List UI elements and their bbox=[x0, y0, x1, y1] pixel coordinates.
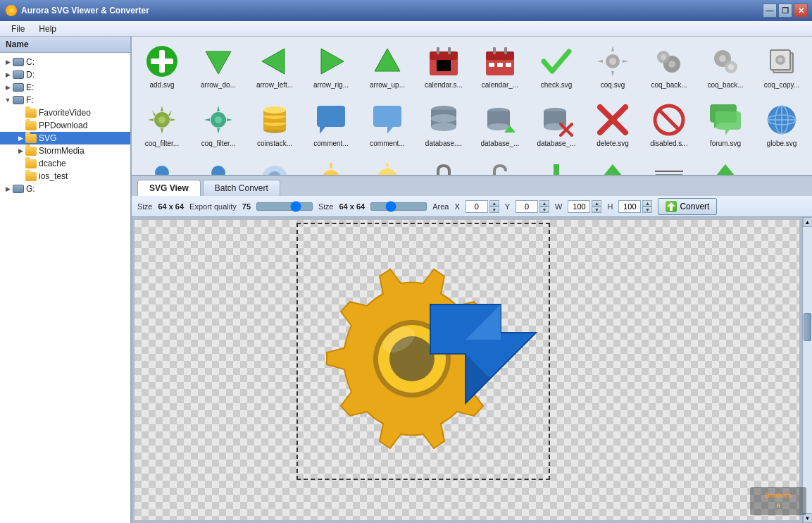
tree-item-favoritevideo[interactable]: FavoriteVideo bbox=[0, 106, 130, 119]
h-down-btn[interactable]: ▼ bbox=[642, 207, 652, 213]
icon-r3-10[interactable] bbox=[642, 156, 697, 176]
right-panel: add.svg arrow_do... arrow_left... bbox=[132, 37, 812, 523]
icon-delete[interactable]: delete.svg bbox=[585, 98, 640, 151]
window-title: Aurora SVG Viewer & Converter bbox=[21, 6, 149, 16]
h-up-btn[interactable]: ▲ bbox=[642, 200, 652, 207]
tree-arrow-c: ▶ bbox=[3, 57, 13, 67]
tree-item-ios[interactable]: ios_test bbox=[0, 170, 130, 183]
icon-comment1[interactable]: comment... bbox=[304, 98, 358, 151]
w-down-btn[interactable]: ▼ bbox=[592, 207, 601, 213]
tree-item-svg[interactable]: ▶ SVG bbox=[0, 132, 130, 144]
tree-item-f[interactable]: ▼ F: bbox=[0, 94, 130, 106]
tree-item-c[interactable]: ▶ C: bbox=[0, 56, 130, 68]
svg-point-32 bbox=[778, 58, 782, 62]
y-down-btn[interactable]: ▼ bbox=[539, 207, 549, 213]
icon-globe[interactable]: globe.svg bbox=[754, 98, 809, 151]
h-input[interactable] bbox=[618, 200, 641, 213]
svg-point-77 bbox=[377, 168, 397, 176]
icon-coq-copy-img bbox=[763, 43, 800, 80]
icon-arrow-down-label: arrow_do... bbox=[201, 81, 236, 89]
restore-button[interactable]: ❐ bbox=[778, 4, 792, 18]
icon-coq-back1[interactable]: coq_back... bbox=[642, 39, 697, 92]
svg-point-28 bbox=[728, 64, 734, 70]
scroll-thumb[interactable] bbox=[804, 313, 811, 341]
icon-coq-back1-label: coq_back... bbox=[651, 81, 687, 89]
icon-coq-filter1[interactable]: coq_filter... bbox=[135, 98, 189, 151]
icon-r3-1[interactable] bbox=[135, 156, 189, 176]
size-slider[interactable] bbox=[370, 202, 427, 211]
icon-r3-8[interactable] bbox=[529, 156, 584, 176]
scroll-track[interactable] bbox=[803, 227, 812, 513]
icon-database1[interactable]: database.... bbox=[416, 98, 471, 151]
tree-item-g[interactable]: ▶ G: bbox=[0, 183, 130, 195]
tab-svg-view[interactable]: SVG View bbox=[137, 180, 201, 196]
tree-item-stormmedia[interactable]: ▶ StormMedia bbox=[0, 144, 130, 157]
svg-point-26 bbox=[719, 55, 726, 62]
tree-item-d[interactable]: ▶ D: bbox=[0, 68, 130, 81]
icon-database3[interactable]: database_... bbox=[529, 98, 584, 151]
icon-arrow-left[interactable]: arrow_left... bbox=[247, 39, 302, 92]
svg-rect-8 bbox=[430, 51, 458, 60]
tab-batch-convert[interactable]: Batch Convert bbox=[203, 180, 280, 196]
w-spinner: ▲ ▼ bbox=[568, 200, 601, 213]
icon-r3-11-img bbox=[707, 160, 744, 176]
icon-disabled[interactable]: disabled.s... bbox=[642, 98, 697, 151]
icon-calendar1[interactable]: calendar.s... bbox=[416, 39, 471, 92]
icon-coq[interactable]: coq.svg bbox=[585, 39, 640, 92]
icon-r3-9[interactable] bbox=[585, 156, 640, 176]
icon-r3-3[interactable] bbox=[247, 156, 302, 176]
icon-r3-1-img bbox=[144, 160, 180, 176]
icon-database3-img bbox=[538, 101, 575, 138]
icon-coinstack[interactable]: coinstack... bbox=[247, 98, 302, 151]
icon-calendar2[interactable]: calendar_... bbox=[473, 39, 527, 92]
icon-database2-label: database_... bbox=[480, 140, 519, 147]
tree-item-ppdownload[interactable]: PPDownload bbox=[0, 119, 130, 132]
tree-arrow-dc bbox=[15, 159, 25, 168]
tree-item-e[interactable]: ▶ E: bbox=[0, 81, 130, 94]
icon-r3-3-img bbox=[256, 160, 293, 176]
tree-item-dcache[interactable]: dcache bbox=[0, 157, 130, 170]
icon-coq-label: coq.svg bbox=[601, 81, 625, 89]
icon-arrow-left-label: arrow_left... bbox=[256, 81, 293, 89]
quality-slider[interactable] bbox=[256, 202, 313, 211]
icon-arrow-down[interactable]: arrow_do... bbox=[191, 39, 246, 92]
icon-r3-2[interactable] bbox=[191, 156, 246, 176]
hdd-icon-d bbox=[13, 70, 24, 79]
icon-r3-4[interactable] bbox=[304, 156, 358, 176]
w-up-btn[interactable]: ▲ bbox=[592, 200, 601, 207]
svg-rect-10 bbox=[437, 47, 439, 54]
x-down-btn[interactable]: ▼ bbox=[489, 207, 499, 213]
tabs-bar: SVG View Batch Convert bbox=[132, 176, 812, 196]
menu-file[interactable]: File bbox=[4, 23, 32, 35]
icon-coq-copy[interactable]: coq_copy... bbox=[754, 39, 809, 92]
preview-canvas bbox=[135, 220, 799, 520]
icon-coq-filter2[interactable]: coq_filter... bbox=[191, 98, 246, 151]
icon-arrow-right[interactable]: arrow_rig... bbox=[304, 39, 358, 92]
scroll-up-btn[interactable]: ▲ bbox=[803, 217, 813, 227]
icon-database2[interactable]: database_... bbox=[473, 98, 527, 151]
w-input[interactable] bbox=[568, 200, 590, 213]
icon-r3-5[interactable] bbox=[360, 156, 415, 176]
x-up-btn[interactable]: ▲ bbox=[489, 200, 499, 207]
x-input[interactable] bbox=[466, 200, 488, 213]
icon-check[interactable]: check.svg bbox=[529, 39, 584, 92]
icon-add[interactable]: add.svg bbox=[135, 39, 189, 92]
icon-arrow-up[interactable]: arrow_up... bbox=[360, 39, 415, 92]
y-up-btn[interactable]: ▲ bbox=[539, 200, 549, 207]
icon-arrow-right-label: arrow_rig... bbox=[313, 81, 349, 89]
y-input[interactable] bbox=[516, 200, 538, 213]
convert-button[interactable]: Convert bbox=[658, 198, 717, 215]
close-button[interactable]: ✕ bbox=[794, 4, 808, 18]
icon-r3-7[interactable] bbox=[473, 156, 527, 176]
icon-forum[interactable]: forum.svg bbox=[698, 98, 753, 151]
menu-bar: File Help bbox=[0, 21, 812, 37]
area-label: Area bbox=[432, 202, 449, 211]
menu-help[interactable]: Help bbox=[32, 23, 63, 35]
icon-comment2[interactable]: comment... bbox=[360, 98, 415, 151]
minimize-button[interactable]: — bbox=[763, 4, 777, 18]
icon-r3-11[interactable] bbox=[698, 156, 753, 176]
icon-r3-6[interactable] bbox=[416, 156, 471, 176]
svg-line-60 bbox=[659, 110, 679, 130]
icon-coq-back2[interactable]: coq_back... bbox=[698, 39, 753, 92]
icon-calendar1-img bbox=[425, 43, 462, 80]
